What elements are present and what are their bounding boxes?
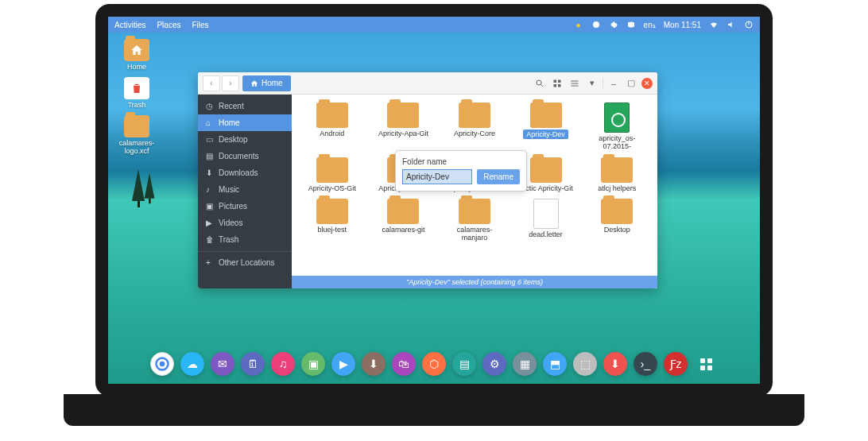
file-item[interactable]: Apricity-OS-Git xyxy=(296,156,368,194)
status-bar: "Apricity-Dev" selected (containing 6 it… xyxy=(292,276,657,288)
dock-app-16[interactable]: ›_ xyxy=(634,352,657,376)
sidebar-item-videos[interactable]: ▶Videos xyxy=(198,215,292,231)
rename-button[interactable]: Rename xyxy=(477,169,520,184)
disk-icon[interactable] xyxy=(626,20,636,29)
dock-app-5[interactable]: ▣ xyxy=(301,352,325,376)
places-menu[interactable]: Places xyxy=(157,21,180,29)
desktop-icon: ▭ xyxy=(206,135,214,144)
file-label: Apricity-Dev xyxy=(523,130,568,139)
folder-icon xyxy=(316,157,348,183)
sidebar-item-desktop[interactable]: ▭Desktop xyxy=(198,131,292,148)
window-titlebar[interactable]: ‹ › Home ▾ xyxy=(198,72,657,95)
sidebar-item-pictures[interactable]: ▣Pictures xyxy=(198,198,292,215)
dock-app-13[interactable]: ⬒ xyxy=(543,352,567,376)
nav-forward-button[interactable]: › xyxy=(222,75,239,91)
dock-app-14[interactable]: ⬚ xyxy=(573,352,597,376)
file-item[interactable]: Apricity-Core xyxy=(439,101,510,153)
dock-app-6[interactable]: ▶ xyxy=(331,352,355,376)
view-list-button[interactable] xyxy=(568,76,582,91)
download-icon: ⬇ xyxy=(206,168,214,177)
svg-rect-11 xyxy=(572,83,579,83)
dock-app-9[interactable]: ⬡ xyxy=(422,352,446,376)
dock-app-17[interactable]: Ƒz xyxy=(664,352,688,376)
dock-app-12[interactable]: ▦ xyxy=(513,352,537,376)
maximize-button[interactable]: ▢ xyxy=(624,76,638,91)
file-item[interactable]: Android xyxy=(296,101,368,153)
svg-rect-7 xyxy=(558,79,561,83)
plus-icon: + xyxy=(206,258,214,267)
dock-app-10[interactable]: ▤ xyxy=(452,352,476,376)
desktop-icon-calamares-logo-xcf[interactable]: calamares-logo.xcf xyxy=(118,115,156,155)
trash-icon: 🗑 xyxy=(206,235,214,244)
torrent-file-icon xyxy=(604,103,630,133)
dock-apps-button[interactable] xyxy=(694,352,718,376)
file-label: Android xyxy=(320,130,344,137)
dock-app-0[interactable] xyxy=(150,352,174,376)
file-item[interactable]: Desktop xyxy=(581,197,653,244)
sidebar-item-other-locations[interactable]: +Other Locations xyxy=(198,251,292,271)
rename-popover: Folder name Rename xyxy=(395,150,527,191)
search-button[interactable] xyxy=(533,76,547,91)
sidebar-item-trash[interactable]: 🗑Trash xyxy=(198,231,292,248)
path-home-button[interactable]: Home xyxy=(242,75,291,91)
desktop-icon-trash[interactable]: Trash xyxy=(118,77,156,109)
volume-icon[interactable] xyxy=(727,20,736,29)
network-icon[interactable] xyxy=(709,20,719,29)
svg-rect-9 xyxy=(558,84,561,87)
file-item[interactable]: atlcj helpers xyxy=(581,156,653,194)
close-button[interactable]: ✕ xyxy=(641,78,653,89)
svg-rect-8 xyxy=(554,84,557,87)
file-item[interactable]: bluej-test xyxy=(296,197,368,244)
desktop-icon-home[interactable]: Home xyxy=(118,39,156,71)
file-label: Apricity-Core xyxy=(454,130,495,137)
file-item[interactable]: apricity_os-07.2015- xyxy=(581,101,653,153)
clock-icon: ◷ xyxy=(206,102,214,110)
settings-icon[interactable] xyxy=(609,20,618,29)
sidebar-item-music[interactable]: ♪Music xyxy=(198,181,292,198)
svg-rect-6 xyxy=(554,79,557,83)
view-grid-button[interactable] xyxy=(550,76,564,91)
dock-app-1[interactable]: ☁ xyxy=(180,352,204,376)
sidebar-item-home[interactable]: ⌂Home xyxy=(198,114,292,131)
language-indicator[interactable]: en₁ xyxy=(644,21,656,29)
brightness-icon[interactable]: ● xyxy=(574,20,583,29)
clock[interactable]: Mon 11:51 xyxy=(664,21,701,29)
folder-icon xyxy=(530,103,562,128)
file-item[interactable]: dead.letter xyxy=(510,197,582,244)
dock-app-8[interactable]: 🛍 xyxy=(392,352,416,376)
svg-point-0 xyxy=(593,21,599,28)
dock-app-3[interactable]: 🗓 xyxy=(241,352,265,376)
music-icon: ♪ xyxy=(206,185,214,194)
file-item[interactable]: Apricity-Dev xyxy=(510,101,582,153)
files-menu[interactable]: Files xyxy=(192,21,208,29)
home-icon xyxy=(250,79,258,87)
folder-icon xyxy=(387,103,419,128)
dock-app-4[interactable]: ♫ xyxy=(271,352,295,376)
nav-back-button[interactable]: ‹ xyxy=(203,75,220,91)
sidebar-item-downloads[interactable]: ⬇Downloads xyxy=(198,164,292,181)
power-icon[interactable] xyxy=(744,20,754,29)
file-item[interactable]: calamares-git xyxy=(368,197,440,244)
video-icon: ▶ xyxy=(206,219,214,227)
dock-app-2[interactable]: ✉ xyxy=(211,352,234,376)
minimize-button[interactable]: – xyxy=(606,76,621,91)
dock-app-15[interactable]: ⬇ xyxy=(603,352,627,376)
svg-point-4 xyxy=(537,80,541,85)
dock-app-7[interactable]: ⬇ xyxy=(362,352,386,376)
folder-icon xyxy=(530,157,562,183)
file-label: calamares-manjaro xyxy=(444,226,505,242)
doc-icon: ▤ xyxy=(206,152,214,161)
file-item[interactable]: Apricity-Apa-Git xyxy=(368,101,440,153)
activities-button[interactable]: Activities xyxy=(114,21,145,29)
sidebar-item-recent[interactable]: ◷Recent xyxy=(198,98,292,114)
sidebar-item-documents[interactable]: ▤Documents xyxy=(198,148,292,164)
file-label: dead.letter xyxy=(529,230,563,238)
svg-point-14 xyxy=(160,362,165,367)
file-item[interactable]: calamares-manjaro xyxy=(439,197,510,244)
dropdown-icon[interactable]: ▾ xyxy=(585,76,599,91)
dock-app-11[interactable]: ⚙ xyxy=(482,352,506,376)
folder-icon xyxy=(316,103,348,128)
cloud-icon[interactable] xyxy=(591,20,601,29)
desktop-icons: HomeTrashcalamares-logo.xcf xyxy=(118,39,156,155)
rename-input[interactable] xyxy=(402,169,472,184)
